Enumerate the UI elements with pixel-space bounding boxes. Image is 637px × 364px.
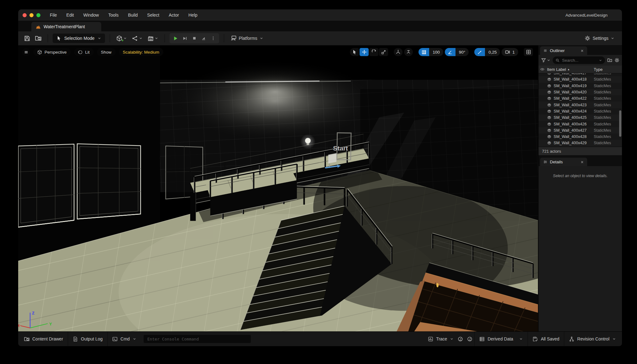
settings-dropdown[interactable]: Settings xyxy=(583,34,616,42)
output-log-button[interactable]: Output Log xyxy=(68,332,107,346)
console-command-box[interactable] xyxy=(144,335,251,343)
scalability-warning-button[interactable]: Scalability: Medium xyxy=(119,48,163,56)
stop-button[interactable] xyxy=(190,34,199,43)
viewport-layout-button[interactable] xyxy=(524,48,533,56)
outliner-row[interactable]: SM_Wall_400x428 StaticMes xyxy=(539,134,622,140)
menu-bar: FileEditWindowToolsBuildSelectActorHelp … xyxy=(18,9,622,21)
axis-z-label: Z xyxy=(32,311,34,315)
play-options-kebab-button[interactable] xyxy=(209,34,218,43)
view-mode-dropdown[interactable]: Lit xyxy=(74,48,94,56)
actor-label: SM_Wall_400x417 xyxy=(554,73,587,75)
outliner-row[interactable]: SM_Wall_400x418 StaticMes xyxy=(539,76,622,82)
chevron-down-icon xyxy=(97,36,101,40)
menu-item[interactable]: Select xyxy=(143,11,164,19)
insights-gauge-button[interactable] xyxy=(455,335,465,343)
perspective-dropdown[interactable]: Perspective xyxy=(33,48,71,56)
cursor-icon xyxy=(56,36,61,41)
all-saved-button[interactable]: All Saved xyxy=(528,332,564,346)
zoom-window-button[interactable] xyxy=(36,13,40,17)
light-bulb-sprite[interactable] xyxy=(300,134,315,149)
search-input[interactable] xyxy=(561,58,597,63)
browse-content-button[interactable] xyxy=(34,34,43,43)
outliner-scrollbar-thumb[interactable] xyxy=(619,110,621,137)
select-tool-button[interactable] xyxy=(350,48,359,56)
cmd-dropdown[interactable]: Cmd xyxy=(108,332,141,346)
menu-item[interactable]: Help xyxy=(184,11,202,19)
platforms-icon xyxy=(231,35,237,41)
menu-item[interactable]: Edit xyxy=(62,11,78,19)
save-button[interactable] xyxy=(23,34,32,43)
revision-control-dropdown[interactable]: Revision Control xyxy=(564,332,621,346)
content-drawer-button[interactable]: Content Drawer xyxy=(19,332,68,346)
selection-mode-dropdown[interactable]: Selection Mode xyxy=(53,34,105,43)
outliner-settings-button[interactable] xyxy=(614,58,619,63)
outliner-list[interactable]: SM_Wall_400x417 StaticMes SM_Wall_400x41… xyxy=(539,73,622,147)
chevron-down-icon[interactable] xyxy=(599,59,602,62)
outliner-row[interactable]: SM_Wall_400x429 StaticMes xyxy=(539,140,622,146)
static-mesh-icon xyxy=(547,84,551,88)
rotate-tool-button[interactable] xyxy=(369,48,378,56)
show-flags-dropdown[interactable]: Show xyxy=(97,48,116,56)
static-mesh-icon xyxy=(547,77,551,82)
outliner-row[interactable]: SM_Wall_400x425 StaticMes xyxy=(539,114,622,121)
lit-label: Lit xyxy=(85,50,90,55)
camera-speed-control[interactable]: 1 xyxy=(502,48,518,56)
trace-dropdown[interactable]: Trace xyxy=(423,332,455,346)
outliner-row[interactable]: SM_Wall_400x422 StaticMes xyxy=(539,95,622,102)
outliner-row[interactable]: SM_Wall_400x424 StaticMes xyxy=(539,108,622,114)
scalability-label: Scalability: Medium xyxy=(123,50,159,55)
scale-snap-control[interactable]: 0,25 xyxy=(474,48,500,56)
menu-item[interactable]: Build xyxy=(124,11,142,19)
minimize-window-button[interactable] xyxy=(29,13,34,17)
actor-type: StaticMes xyxy=(594,115,611,120)
surface-snapping-button[interactable] xyxy=(404,48,413,56)
details-empty-message: Select an object to view details. xyxy=(539,174,622,178)
outliner-row[interactable]: SM_Wall_400x427 StaticMes xyxy=(539,127,622,134)
outliner-search[interactable] xyxy=(553,56,605,64)
play-button[interactable] xyxy=(171,34,180,43)
add-actor-button[interactable]: + xyxy=(115,34,129,43)
outliner-row[interactable]: SM_Wall_400x419 StaticMes xyxy=(539,83,622,89)
outliner-row[interactable]: SM_Wall_400x417 StaticMes xyxy=(539,73,622,76)
static-mesh-icon xyxy=(547,135,551,139)
close-icon[interactable] xyxy=(580,49,584,53)
output-log-icon xyxy=(73,336,78,342)
move-tool-button[interactable] xyxy=(360,48,369,56)
eject-button[interactable] xyxy=(199,34,208,43)
outliner-filter-button[interactable] xyxy=(541,58,550,63)
column-type[interactable]: Type xyxy=(594,67,603,72)
blueprints-button[interactable] xyxy=(130,34,144,43)
platforms-dropdown[interactable]: Platforms xyxy=(229,34,265,43)
level-viewport[interactable]: Start Z Y X Perspective xyxy=(18,45,538,331)
profiler-gauge-button[interactable] xyxy=(465,335,474,343)
derived-data-dropdown[interactable]: Derived Data xyxy=(475,332,528,346)
column-item-label[interactable]: Item Label xyxy=(547,67,566,72)
frame-skip-button[interactable] xyxy=(181,34,189,43)
console-command-input[interactable] xyxy=(147,336,248,342)
grid-snap-control[interactable]: 100 xyxy=(419,48,443,56)
plus-icon: + xyxy=(121,38,124,43)
add-folder-button[interactable] xyxy=(607,58,612,63)
menu-item[interactable]: Actor xyxy=(164,11,183,19)
outliner-row[interactable]: SM_Wall_400x420 StaticMes xyxy=(539,89,622,95)
menu-item[interactable]: Window xyxy=(79,11,103,19)
close-icon[interactable] xyxy=(580,160,584,164)
chevron-down-icon xyxy=(450,337,454,341)
tab-details[interactable]: Details xyxy=(540,158,587,166)
cinematics-button[interactable] xyxy=(146,34,160,43)
eye-icon[interactable] xyxy=(540,67,545,71)
scale-tool-button[interactable] xyxy=(379,48,388,56)
menu-item[interactable]: Tools xyxy=(104,11,123,19)
cmd-label: Cmd xyxy=(120,336,130,341)
statusbar-right: Trace Derived Data All Saved Revision Co… xyxy=(423,332,621,346)
menu-item[interactable]: File xyxy=(45,11,61,19)
tab-watertreatmentplant[interactable]: WaterTreatmentPlant xyxy=(31,22,101,31)
sliders-icon xyxy=(543,160,547,164)
outliner-row[interactable]: SM_Wall_400x426 StaticMes xyxy=(539,121,622,127)
tab-outliner[interactable]: Outliner xyxy=(540,46,587,55)
close-window-button[interactable] xyxy=(23,13,27,17)
viewport-options-button[interactable] xyxy=(22,48,30,56)
world-coordinate-button[interactable] xyxy=(394,48,403,56)
outliner-row[interactable]: SM_Wall_400x423 StaticMes xyxy=(539,102,622,108)
rotation-snap-control[interactable]: 90° xyxy=(445,48,469,56)
